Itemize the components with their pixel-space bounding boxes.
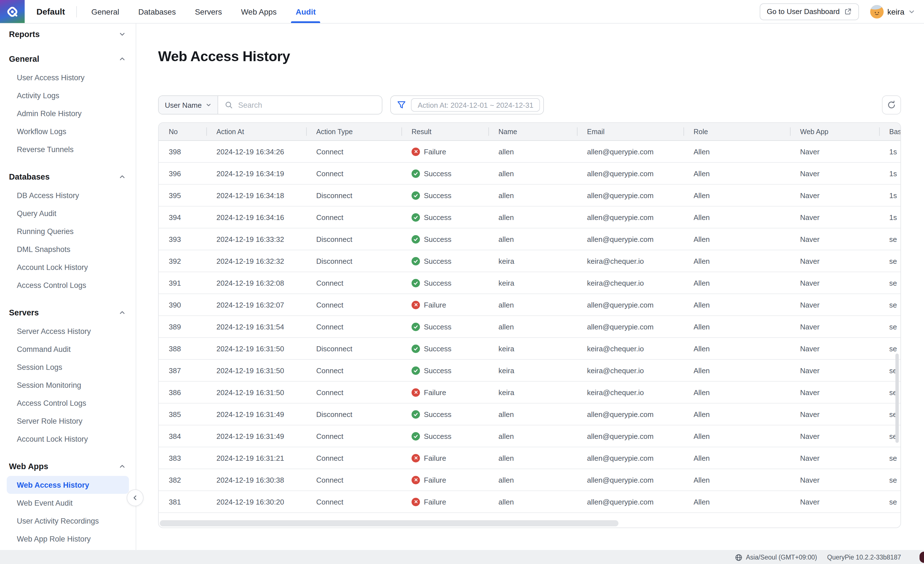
table-row[interactable]: 3852024-12-19 16:31:49Disconnect Success… — [159, 403, 901, 426]
go-to-user-dashboard-button[interactable]: Go to User Dashboard — [759, 3, 859, 20]
cell-email: keira@chequer.io — [577, 366, 684, 374]
table-row[interactable]: 3812024-12-19 16:30:20Connect Failureall… — [159, 491, 901, 513]
table-row[interactable]: 3922024-12-19 16:32:32Disconnect Success… — [159, 250, 901, 272]
table-row[interactable]: 3902024-12-19 16:32:07Connect Failureall… — [159, 294, 901, 316]
table-row[interactable]: 3932024-12-19 16:33:32Disconnect Success… — [159, 229, 901, 250]
sidebar-item-access-control-logs[interactable]: Access Control Logs — [7, 276, 129, 294]
search-input[interactable] — [237, 100, 375, 110]
sidebar-item-web-access-history[interactable]: Web Access History — [7, 476, 129, 494]
cell-name: keira — [488, 388, 577, 397]
table-row[interactable]: 3872024-12-19 16:31:50Connect Successkei… — [159, 360, 901, 382]
cell-action_at: 2024-12-19 16:34:19 — [206, 169, 306, 177]
table-row[interactable]: 3832024-12-19 16:31:21Connect Failureall… — [159, 447, 901, 469]
timezone-text: Asia/Seoul (GMT+09:00) — [746, 554, 817, 561]
sidebar-item-command-audit[interactable]: Command Audit — [7, 340, 129, 358]
main-content: Web Access History User Name — [136, 24, 924, 550]
table-row[interactable]: 3912024-12-19 16:32:08Connect Successkei… — [159, 272, 901, 294]
vertical-scrollbar[interactable] — [896, 353, 899, 443]
sidebar-item-web-event-audit[interactable]: Web Event Audit — [7, 494, 129, 512]
result-text: Success — [424, 191, 452, 200]
sidebar-item-db-access-history[interactable]: DB Access History — [7, 186, 129, 204]
sidebar-item-account-lock-history[interactable]: Account Lock History — [7, 258, 129, 276]
failure-icon — [411, 454, 420, 462]
nav-item-databases[interactable]: Databases — [138, 0, 176, 23]
sidebar-item-reverse-tunnels[interactable]: Reverse Tunnels — [7, 140, 129, 158]
table-row[interactable]: 3862024-12-19 16:31:50Connect Failurekei… — [159, 382, 901, 403]
sidebar-item-access-control-logs[interactable]: Access Control Logs — [7, 394, 129, 412]
cell-action_at: 2024-12-19 16:32:32 — [206, 257, 306, 265]
chevron-up-icon — [119, 309, 126, 316]
table-row[interactable]: 3962024-12-19 16:34:19Connect Successall… — [159, 163, 901, 185]
cell-name: allen — [488, 191, 577, 200]
sidebar-item-dml-snapshots[interactable]: DML Snapshots — [7, 240, 129, 258]
horizontal-scrollbar[interactable] — [160, 520, 618, 526]
date-filter-control[interactable]: Action At: 2024-12-01 ~ 2024-12-31 — [390, 95, 544, 114]
footer-bar: Asia/Seoul (GMT+09:00) QueryPie 10.2.2-3… — [0, 550, 924, 564]
sidebar-section-header-servers[interactable]: Servers — [0, 304, 136, 321]
section-items: Server Access HistoryCommand AuditSessio… — [0, 321, 136, 450]
result-badge: Failure — [411, 301, 446, 309]
sidebar-section-databases: Databases DB Access HistoryQuery AuditRu… — [0, 168, 136, 296]
column-header-email: Email — [577, 123, 684, 140]
sidebar-item-running-queries[interactable]: Running Queries — [7, 222, 129, 240]
sidebar-item-session-logs[interactable]: Session Logs — [7, 358, 129, 376]
nav-item-general[interactable]: General — [92, 0, 119, 23]
cell-action_type: Disconnect — [306, 410, 402, 418]
cell-web_app: Naver — [790, 366, 879, 374]
table-row[interactable]: 3982024-12-19 16:34:26Connect Failureall… — [159, 141, 901, 163]
nav-item-web-apps[interactable]: Web Apps — [241, 0, 277, 23]
table-row[interactable]: 3882024-12-19 16:31:50Disconnect Success… — [159, 338, 901, 360]
result-badge: Success — [411, 432, 452, 440]
refresh-button[interactable] — [882, 95, 901, 114]
sidebar-item-query-audit[interactable]: Query Audit — [7, 204, 129, 222]
sidebar-section-header-reports[interactable]: Reports — [0, 26, 136, 43]
user-menu[interactable]: keira — [870, 5, 915, 18]
action-at-range-input[interactable]: Action At: 2024-12-01 ~ 2024-12-31 — [411, 98, 540, 112]
sidebar-section-header-databases[interactable]: Databases — [0, 168, 136, 185]
sidebar-item-account-lock-history[interactable]: Account Lock History — [7, 430, 129, 448]
cell-web_app: Naver — [790, 475, 879, 484]
cell-web_app: Naver — [790, 344, 879, 353]
cell-result: Failure — [402, 454, 488, 462]
sidebar-section-header-general[interactable]: General — [0, 51, 136, 67]
version-text: QueryPie 10.2.2-33b8187 — [827, 554, 901, 561]
refresh-icon — [887, 101, 896, 110]
result-text: Success — [424, 322, 452, 331]
cell-result: Success — [402, 366, 488, 374]
cell-action_at: 2024-12-19 16:32:08 — [206, 279, 306, 287]
search-field-selector[interactable]: User Name — [159, 96, 218, 114]
cell-action_at: 2024-12-19 16:31:21 — [206, 454, 306, 462]
cell-no: 383 — [159, 454, 206, 462]
success-icon — [411, 235, 420, 243]
cell-email: allen@querypie.com — [577, 213, 684, 221]
cell-base: se — [879, 279, 901, 287]
workspace-name: Default — [36, 7, 65, 16]
filter-funnel-icon — [397, 101, 406, 110]
table-row[interactable]: 3822024-12-19 16:30:38Connect Failureall… — [159, 469, 901, 491]
result-badge: Success — [411, 213, 452, 221]
sidebar-item-user-access-history[interactable]: User Access History — [7, 68, 129, 86]
sidebar-item-session-monitoring[interactable]: Session Monitoring — [7, 376, 129, 394]
nav-item-audit[interactable]: Audit — [296, 0, 316, 23]
nav-item-servers[interactable]: Servers — [195, 0, 222, 23]
table-row[interactable]: 3842024-12-19 16:31:49Connect Successall… — [159, 426, 901, 447]
sidebar-item-activity-logs[interactable]: Activity Logs — [7, 86, 129, 104]
success-icon — [411, 410, 420, 418]
sidebar-item-workflow-logs[interactable]: Workflow Logs — [7, 122, 129, 140]
sidebar-item-user-activity-recordings[interactable]: User Activity Recordings — [7, 512, 129, 530]
column-header-action-type: Action Type — [306, 123, 402, 140]
table-row[interactable]: 3952024-12-19 16:34:18Disconnect Success… — [159, 185, 901, 206]
cell-base: se — [879, 475, 901, 484]
sidebar-item-web-app-role-history[interactable]: Web App Role History — [7, 530, 129, 548]
cell-action_at: 2024-12-19 16:31:50 — [206, 366, 306, 374]
cell-email: allen@querypie.com — [577, 169, 684, 177]
cell-base: se — [879, 235, 901, 243]
sidebar-item-admin-role-history[interactable]: Admin Role History — [7, 104, 129, 122]
table-row[interactable]: 3892024-12-19 16:31:54Connect Successall… — [159, 316, 901, 338]
cell-result: Failure — [402, 388, 488, 397]
table-row[interactable]: 3942024-12-19 16:34:16Connect Successall… — [159, 206, 901, 229]
sidebar-item-server-role-history[interactable]: Server Role History — [7, 412, 129, 430]
sidebar-item-server-access-history[interactable]: Server Access History — [7, 322, 129, 340]
sidebar-section-header-web-apps[interactable]: Web Apps — [0, 458, 136, 475]
sidebar-collapse-button[interactable] — [127, 489, 144, 506]
